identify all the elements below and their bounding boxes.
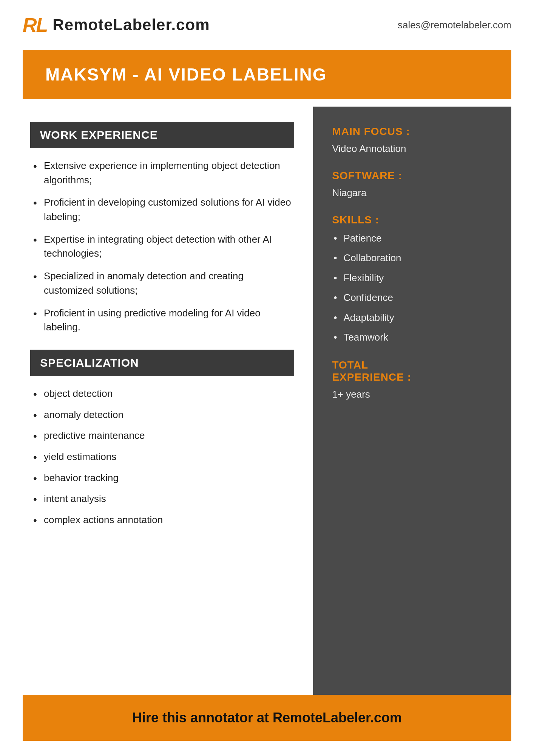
skills-list: Patience Collaboration Flexibility Confi…	[332, 231, 492, 344]
skills-label: SKILLS :	[332, 214, 492, 226]
list-item: Specialized in anomaly detection and cre…	[30, 269, 294, 297]
list-item: yield estimations	[30, 450, 294, 464]
page-title: MAKSYM - AI VIDEO LABELING	[45, 64, 489, 85]
list-item: Expertise in integrating object detectio…	[30, 232, 294, 261]
software-value: Niagara	[332, 187, 492, 199]
specialization-header: SPECIALIZATION	[30, 350, 294, 376]
footer-banner: Hire this annotator at RemoteLabeler.com	[23, 695, 511, 741]
work-experience-list: Extensive experience in implementing obj…	[30, 159, 294, 335]
main-focus-label: MAIN FOCUS :	[332, 125, 492, 138]
list-item: Teamwork	[332, 330, 492, 344]
list-item: Confidence	[332, 291, 492, 304]
list-item: Patience	[332, 231, 492, 245]
logo-area: RL RemoteLabeler.com	[23, 14, 210, 36]
total-experience-value: 1+ years	[332, 389, 492, 400]
software-label: SOFTWARE :	[332, 170, 492, 182]
footer-text: Hire this annotator at RemoteLabeler.com	[45, 710, 489, 726]
work-experience-header: WORK EXPERIENCE	[30, 122, 294, 148]
list-item: Collaboration	[332, 251, 492, 265]
left-column: WORK EXPERIENCE Extensive experience in …	[23, 107, 313, 695]
spacer	[0, 741, 534, 756]
list-item: Proficient in developing customized solu…	[30, 195, 294, 224]
list-item: predictive maintenance	[30, 429, 294, 443]
main-focus-value: Video Annotation	[332, 143, 492, 155]
list-item: Adaptability	[332, 311, 492, 324]
list-item: object detection	[30, 387, 294, 401]
list-item: complex actions annotation	[30, 513, 294, 527]
logo-icon: RL	[23, 14, 47, 36]
list-item: Flexibility	[332, 271, 492, 285]
logo-text: RemoteLabeler.com	[52, 16, 210, 34]
list-item: Extensive experience in implementing obj…	[30, 159, 294, 187]
total-experience-label: TOTAL EXPERIENCE :	[332, 359, 492, 383]
header: RL RemoteLabeler.com sales@remotelabeler…	[0, 0, 534, 50]
list-item: behavior tracking	[30, 471, 294, 485]
list-item: anomaly detection	[30, 408, 294, 422]
list-item: Proficient in using predictive modeling …	[30, 306, 294, 335]
main-content: WORK EXPERIENCE Extensive experience in …	[23, 107, 511, 695]
title-banner: MAKSYM - AI VIDEO LABELING	[23, 50, 511, 99]
header-email: sales@remotelabeler.com	[398, 19, 511, 31]
right-column: MAIN FOCUS : Video Annotation SOFTWARE :…	[313, 107, 511, 695]
specialization-list: object detection anomaly detection predi…	[30, 387, 294, 527]
list-item: intent analysis	[30, 492, 294, 506]
